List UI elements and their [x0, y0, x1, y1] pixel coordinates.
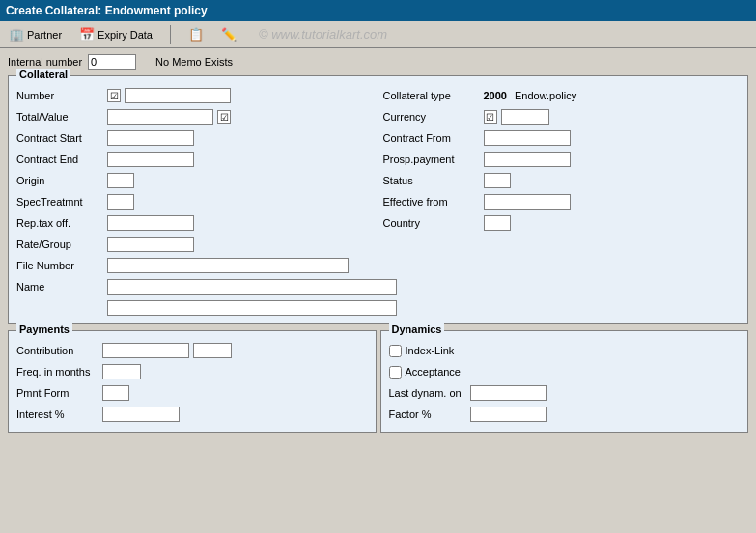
- total-value-label: Total/Value: [16, 111, 103, 123]
- spec-treatment-row: SpecTreatmnt: [16, 192, 374, 211]
- expiry-data-button[interactable]: 📅 Expiry Data: [76, 26, 155, 43]
- payments-rows: Contribution Freq. in months Pmnt Form I…: [16, 341, 368, 424]
- memo-status: No Memo Exists: [155, 56, 233, 68]
- number-row: Number ☑: [16, 86, 374, 105]
- title-bar: Create Collateral: Endowment policy: [0, 0, 756, 21]
- partner-button[interactable]: 🏢 Partner: [6, 26, 65, 43]
- collateral-type-value: 2000: [484, 90, 507, 101]
- partner-icon: 🏢: [9, 27, 24, 42]
- internal-number-input[interactable]: [88, 54, 136, 70]
- name-input2[interactable]: [107, 300, 397, 316]
- contribution-input2[interactable]: [193, 343, 232, 358]
- contribution-input1[interactable]: [102, 343, 189, 358]
- acceptance-row: Acceptance: [389, 362, 741, 381]
- rep-tax-off-row: Rep.tax off.: [16, 213, 374, 233]
- currency-row: Currency ☑: [383, 107, 741, 126]
- factor-pct-row: Factor %: [389, 405, 741, 424]
- window-title: Create Collateral: Endowment policy: [6, 4, 208, 17]
- collateral-type-label: Collateral type: [383, 90, 480, 101]
- number-label: Number: [16, 90, 103, 101]
- rate-group-right-empty: [383, 235, 741, 254]
- dynamics-title: Dynamics: [389, 323, 445, 335]
- collateral-type-row: Collateral type 2000 Endow.policy: [383, 86, 741, 105]
- collateral-type-name: Endow.policy: [515, 90, 576, 101]
- content-area: Internal number No Memo Exists Collatera…: [0, 48, 756, 438]
- total-value-row: Total/Value ☑: [16, 107, 374, 126]
- last-dynam-on-input[interactable]: [470, 385, 547, 401]
- toolbar-icon-btn2[interactable]: ✏️: [218, 26, 239, 43]
- factor-pct-label: Factor %: [389, 408, 466, 420]
- dynamics-section: Dynamics Index-Link Acceptance Last dyna…: [380, 330, 749, 433]
- origin-input[interactable]: [107, 173, 134, 188]
- file-number-input[interactable]: [107, 258, 349, 273]
- prosp-payment-input[interactable]: [484, 152, 571, 167]
- acceptance-checkbox[interactable]: [389, 366, 402, 379]
- rep-tax-off-label: Rep.tax off.: [16, 217, 103, 229]
- collateral-form: Number ☑ Collateral type 2000 Endow.poli…: [16, 86, 740, 318]
- status-label: Status: [383, 175, 480, 186]
- contract-from-label: Contract From: [383, 132, 480, 144]
- rep-tax-off-input[interactable]: [107, 215, 194, 231]
- effective-from-row: Effective from: [383, 192, 741, 211]
- pmnt-form-row: Pmnt Form: [16, 383, 368, 403]
- rate-group-label: Rate/Group: [16, 238, 103, 250]
- effective-from-input[interactable]: [484, 194, 571, 210]
- contribution-row: Contribution: [16, 341, 368, 360]
- country-label: Country: [383, 217, 480, 229]
- contract-start-input[interactable]: [107, 130, 194, 146]
- name-row2: [16, 298, 740, 318]
- payments-section: Payments Contribution Freq. in months Pm…: [8, 330, 377, 433]
- interest-pct-input[interactable]: [102, 407, 180, 422]
- number-checkbox[interactable]: ☑: [107, 89, 121, 102]
- internal-number-label: Internal number: [8, 56, 82, 68]
- pmnt-form-input[interactable]: [102, 385, 129, 401]
- contract-start-label: Contract Start: [16, 132, 103, 144]
- status-input[interactable]: [484, 173, 511, 188]
- origin-label: Origin: [16, 175, 103, 186]
- rate-group-input[interactable]: [107, 237, 194, 252]
- last-dynam-on-label: Last dynam. on: [389, 387, 466, 399]
- index-link-checkbox[interactable]: [389, 345, 402, 357]
- collateral-group: Collateral Number ☑ Collateral type 2000…: [8, 75, 748, 324]
- contract-from-input[interactable]: [484, 130, 571, 146]
- copy-icon: 📋: [188, 27, 204, 42]
- currency-input[interactable]: [501, 109, 549, 125]
- expiry-data-label: Expiry Data: [98, 29, 153, 41]
- interest-pct-label: Interest %: [16, 408, 98, 420]
- factor-pct-input[interactable]: [470, 407, 547, 422]
- currency-checkbox[interactable]: ☑: [484, 110, 497, 124]
- name-input[interactable]: [107, 279, 397, 295]
- contract-end-label: Contract End: [16, 154, 103, 165]
- total-value-input[interactable]: [107, 109, 213, 125]
- last-dynam-on-row: Last dynam. on: [389, 383, 741, 403]
- payments-title: Payments: [16, 323, 72, 335]
- prosp-payment-row: Prosp.payment: [383, 150, 741, 169]
- pmnt-form-label: Pmnt Form: [16, 387, 98, 399]
- index-link-label: Index-Link: [406, 345, 483, 356]
- toolbar: 🏢 Partner 📅 Expiry Data 📋 ✏️ © www.tutor…: [0, 21, 756, 48]
- toolbar-icon-btn1[interactable]: 📋: [185, 26, 207, 43]
- freq-months-row: Freq. in months: [16, 362, 368, 381]
- expiry-icon: 📅: [79, 27, 95, 42]
- total-value-checkbox[interactable]: ☑: [217, 110, 231, 124]
- contribution-label: Contribution: [16, 345, 98, 356]
- spec-treatment-input[interactable]: [107, 194, 134, 210]
- country-input[interactable]: [484, 215, 511, 231]
- number-input[interactable]: [125, 88, 231, 103]
- country-row: Country: [383, 213, 741, 233]
- watermark-text: © www.tutorialkart.com: [259, 27, 387, 42]
- index-link-row: Index-Link: [389, 341, 741, 360]
- name-row: Name: [16, 277, 740, 296]
- currency-label: Currency: [383, 111, 480, 123]
- freq-months-input[interactable]: [102, 364, 141, 379]
- effective-from-label: Effective from: [383, 196, 480, 208]
- file-number-row: File Number: [16, 256, 740, 275]
- top-row: Internal number No Memo Exists: [8, 54, 748, 70]
- interest-pct-row: Interest %: [16, 405, 368, 424]
- edit-icon: ✏️: [221, 27, 237, 42]
- collateral-group-title: Collateral: [16, 69, 70, 80]
- contract-end-input[interactable]: [107, 152, 194, 167]
- toolbar-divider: [170, 25, 171, 44]
- acceptance-label: Acceptance: [406, 366, 483, 378]
- origin-row: Origin: [16, 171, 374, 190]
